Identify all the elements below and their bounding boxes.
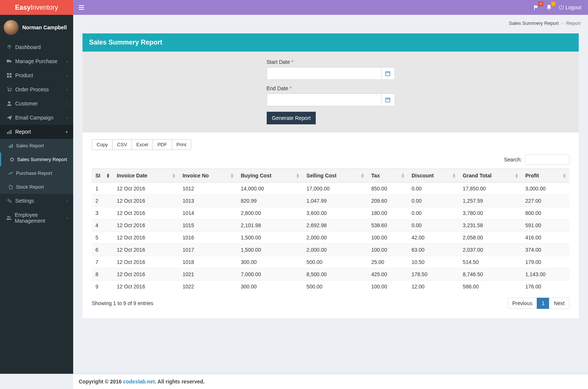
column-header[interactable]: Invoice No▲▼ xyxy=(179,169,237,183)
svg-rect-5 xyxy=(7,132,8,134)
chevron-left-icon: ‹ xyxy=(66,102,68,106)
table-cell: 12 Oct 2016 xyxy=(113,232,179,244)
svg-point-14 xyxy=(7,216,9,218)
pagination: Previous 1 Next xyxy=(508,298,569,309)
table-cell: 1021 xyxy=(179,268,237,281)
sidebar-item-employee-management[interactable]: Employee Management‹ xyxy=(0,208,73,228)
sidebar-item-report[interactable]: Report▾ xyxy=(0,125,73,139)
table-cell: 1,257.59 xyxy=(459,195,522,207)
table-cell: 17,000.00 xyxy=(303,183,367,195)
breadcrumb-item[interactable]: Sales Summery Report xyxy=(509,20,559,26)
chevron-left-icon: ‹ xyxy=(66,59,68,63)
sidebar-item-product[interactable]: Product‹ xyxy=(0,68,73,82)
start-date-label: Start Date * xyxy=(267,59,395,65)
brand-logo[interactable]: EasyInventory xyxy=(0,0,73,15)
table-cell: 100.00 xyxy=(367,232,408,244)
start-date-calendar-button[interactable] xyxy=(381,67,395,80)
table-row: 112 Oct 2016101214,000.0017,000.00850.00… xyxy=(92,183,569,195)
table-cell: 1014 xyxy=(179,207,237,219)
copy-button[interactable]: Copy xyxy=(92,140,113,150)
table-cell: 8 xyxy=(92,268,113,281)
search-input[interactable] xyxy=(525,154,569,165)
end-date-input[interactable] xyxy=(267,94,381,106)
footer-link[interactable]: codeslab.net xyxy=(123,379,155,385)
column-header[interactable]: Buying Cost▲▼ xyxy=(237,169,303,183)
avatar[interactable] xyxy=(4,20,19,35)
table-cell: 820.99 xyxy=(237,195,303,207)
table-cell: 25.00 xyxy=(367,256,408,268)
generate-report-button[interactable]: Generate Report xyxy=(267,112,316,124)
end-date-calendar-button[interactable] xyxy=(381,94,395,106)
table-panel: Copy CSV Excel PDF Print Search: SI▲▼Inv… xyxy=(82,133,579,318)
table-cell: 500.00 xyxy=(303,256,367,268)
table-cell: 3 xyxy=(92,207,113,219)
dashboard-icon xyxy=(6,45,13,50)
sidebar-item-dashboard[interactable]: Dashboard xyxy=(0,40,73,54)
sidebar-subitem-purchase-report[interactable]: Purchase Report xyxy=(0,166,73,180)
svg-rect-9 xyxy=(10,145,11,148)
sidebar-subitem-sales-report[interactable]: Sales Report xyxy=(0,139,73,153)
table-cell: 179.00 xyxy=(522,256,569,268)
footer: Copyright © 2016 codeslab.net. All right… xyxy=(73,374,588,389)
table-cell: 17,850.00 xyxy=(459,183,522,195)
sidebar-item-manage-purchase[interactable]: Manage Purchase‹ xyxy=(0,54,73,68)
sidebar-subitem-label: Purchase Report xyxy=(16,170,52,176)
column-header[interactable]: Invoice Date▲▼ xyxy=(113,169,179,183)
print-button[interactable]: Print xyxy=(172,140,191,150)
bars-icon xyxy=(6,129,13,134)
sidebar-item-label: Report xyxy=(15,129,31,135)
table-cell: 63.00 xyxy=(408,244,459,256)
pdf-button[interactable]: PDF xyxy=(153,140,172,150)
table-cell: 591.00 xyxy=(522,219,569,232)
column-header[interactable]: Selling Cost▲▼ xyxy=(303,169,367,183)
sidebar-subitem-stock-report[interactable]: Stock Report xyxy=(0,180,73,194)
table-cell: 12 Oct 2016 xyxy=(113,256,179,268)
sort-icon: ▲▼ xyxy=(562,173,566,178)
filter-panel: Sales Summery Report Start Date * xyxy=(82,33,579,133)
next-button[interactable]: Next xyxy=(549,298,569,309)
table-cell: 2,037.00 xyxy=(459,244,522,256)
column-header[interactable]: Tax▲▼ xyxy=(367,169,408,183)
table-cell: 12 Oct 2016 xyxy=(113,281,179,293)
sidebar-item-customer[interactable]: Customer‹ xyxy=(0,97,73,111)
table-cell: 8,500.00 xyxy=(303,268,367,281)
sidebar-subitem-sales-summery-report[interactable]: Sales Summery Report xyxy=(0,153,73,166)
column-header[interactable]: Discount▲▼ xyxy=(408,169,459,183)
truck-icon xyxy=(6,59,13,64)
excel-button[interactable]: Excel xyxy=(132,140,153,150)
bell-icon[interactable]: 1 xyxy=(546,4,552,10)
csv-button[interactable]: CSV xyxy=(113,140,132,150)
column-header[interactable]: Grand Total▲▼ xyxy=(459,169,522,183)
table-cell: 100.00 xyxy=(367,244,408,256)
hamburger-icon[interactable] xyxy=(73,5,90,10)
flag-icon[interactable]: 0 xyxy=(533,4,539,10)
table-cell: 3,600.00 xyxy=(303,207,367,219)
table-cell: 2,058.00 xyxy=(459,232,522,244)
table-cell: 1,143.00 xyxy=(522,268,569,281)
cogs-icon xyxy=(6,198,13,203)
prev-button[interactable]: Previous xyxy=(507,298,537,309)
column-header[interactable]: SI▲▼ xyxy=(92,169,113,183)
table-cell: 12 Oct 2016 xyxy=(113,268,179,281)
user-icon xyxy=(6,101,13,106)
logout-button[interactable]: Logout xyxy=(559,4,581,10)
calendar-icon xyxy=(385,71,390,76)
sort-icon: ▲▼ xyxy=(172,173,176,178)
table-cell: 3,780.00 xyxy=(459,207,522,219)
page-1-button[interactable]: 1 xyxy=(537,298,549,309)
table-cell: 1,047.99 xyxy=(303,195,367,207)
sidebar-item-order-process[interactable]: Order Process‹ xyxy=(0,82,73,97)
doc-icon xyxy=(7,185,14,189)
table-cell: 850.00 xyxy=(367,183,408,195)
column-header[interactable]: Profit▲▼ xyxy=(522,169,569,183)
start-date-input[interactable] xyxy=(267,67,381,80)
chevron-left-icon: ‹ xyxy=(66,88,68,92)
sidebar-subitem-label: Sales Report xyxy=(16,143,44,148)
table-cell: 10.50 xyxy=(408,256,459,268)
sidebar-item-email-campaign[interactable]: Email Campaign‹ xyxy=(0,111,73,125)
sidebar-item-settings[interactable]: Settings‹ xyxy=(0,194,73,208)
svg-rect-10 xyxy=(12,144,13,148)
table-cell: 5 xyxy=(92,232,113,244)
table-cell: 2,101.98 xyxy=(237,219,303,232)
table-cell: 1015 xyxy=(179,219,237,232)
